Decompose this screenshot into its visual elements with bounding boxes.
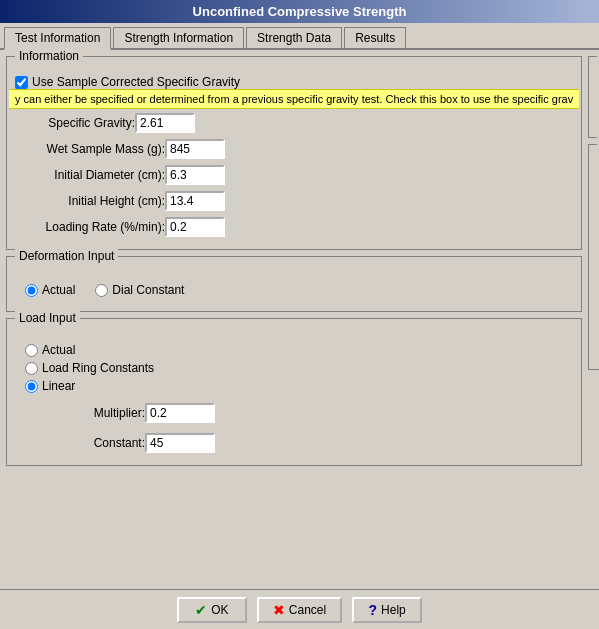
load-ring-radio[interactable] xyxy=(25,362,38,375)
yellow-bar: y can either be specified or determined … xyxy=(9,89,579,109)
tab-results[interactable]: Results xyxy=(344,27,406,48)
help-icon: ? xyxy=(369,602,378,618)
specific-gravity-input[interactable] xyxy=(135,113,195,133)
information-group-title: Information xyxy=(15,50,83,63)
units-group: Units Time Units: minsechr Length Units:… xyxy=(588,144,599,370)
deformation-dial-label: Dial Constant xyxy=(112,283,184,297)
multiplier-input[interactable] xyxy=(145,403,215,423)
specific-gravity-checkbox-row: Use Sample Corrected Specific Gravity xyxy=(15,75,573,89)
title-bar: Unconfined Compressive Strength xyxy=(0,0,599,23)
initial-height-label: Initial Height (cm): xyxy=(15,194,165,208)
constant-label: Constant: xyxy=(55,436,145,450)
information-group: Information Use Sample Corrected Specifi… xyxy=(6,56,582,250)
constant-input[interactable] xyxy=(145,433,215,453)
tab-test-information[interactable]: Test Information xyxy=(4,27,111,50)
specific-gravity-checkbox-label: Use Sample Corrected Specific Gravity xyxy=(32,75,240,89)
moisture-content-group: Moisture Content Mass of Wet Soil & Tare… xyxy=(588,56,599,138)
wet-sample-mass-label: Wet Sample Mass (g): xyxy=(15,142,165,156)
deformation-group-title: Deformation Input xyxy=(15,249,118,263)
ok-button[interactable]: ✔ OK xyxy=(177,597,247,623)
tab-strength-information[interactable]: Strength Information xyxy=(113,27,244,48)
loading-rate-label: Loading Rate (%/min): xyxy=(15,220,165,234)
initial-diameter-label: Initial Diameter (cm): xyxy=(15,168,165,182)
load-actual-radio-row: Actual xyxy=(25,343,563,357)
deformation-actual-radio-row: Actual xyxy=(25,283,75,297)
specific-gravity-label: Specific Gravity: xyxy=(15,116,135,130)
footer: ✔ OK ✖ Cancel ? Help xyxy=(0,589,599,629)
load-ring-radio-row: Load Ring Constants xyxy=(25,361,563,375)
load-actual-radio[interactable] xyxy=(25,344,38,357)
deformation-input-group: Deformation Input Actual Dial Constant xyxy=(6,256,582,312)
deformation-dial-radio[interactable] xyxy=(95,284,108,297)
load-actual-label: Actual xyxy=(42,343,75,357)
load-radio-group: Actual Load Ring Constants Linear Multip… xyxy=(15,339,573,457)
deformation-actual-label: Actual xyxy=(42,283,75,297)
x-icon: ✖ xyxy=(273,602,285,618)
deformation-actual-radio[interactable] xyxy=(25,284,38,297)
load-ring-label: Load Ring Constants xyxy=(42,361,154,375)
loading-rate-input[interactable] xyxy=(165,217,225,237)
check-icon: ✔ xyxy=(195,602,207,618)
cancel-button[interactable]: ✖ Cancel xyxy=(257,597,342,623)
load-linear-radio[interactable] xyxy=(25,380,38,393)
multiplier-label: Multiplier: xyxy=(55,406,145,420)
deformation-dial-radio-row: Dial Constant xyxy=(95,283,184,297)
wet-sample-mass-input[interactable] xyxy=(165,139,225,159)
load-linear-radio-row: Linear xyxy=(25,379,563,393)
load-linear-label: Linear xyxy=(42,379,75,393)
deformation-radio-group: Actual Dial Constant xyxy=(15,277,573,303)
tab-strength-data[interactable]: Strength Data xyxy=(246,27,342,48)
load-group-title: Load Input xyxy=(15,311,80,325)
initial-height-input[interactable] xyxy=(165,191,225,211)
help-button[interactable]: ? Help xyxy=(352,597,422,623)
initial-diameter-input[interactable] xyxy=(165,165,225,185)
specific-gravity-checkbox[interactable] xyxy=(15,76,28,89)
tab-bar: Test Information Strength Information St… xyxy=(0,23,599,50)
load-input-group: Load Input Actual Load Ring Constants Li… xyxy=(6,318,582,466)
